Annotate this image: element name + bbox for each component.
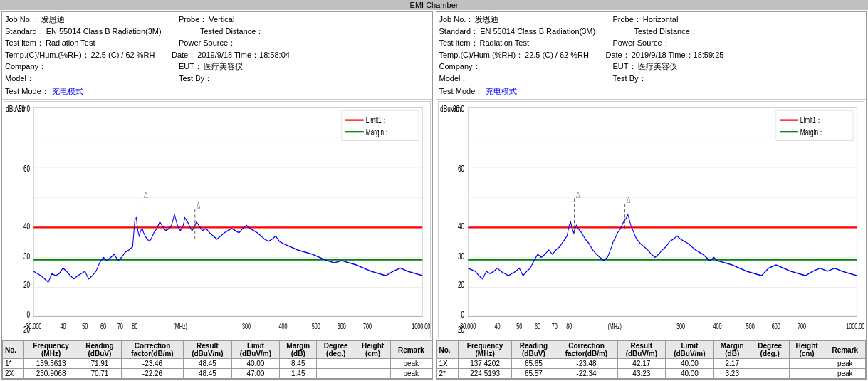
right-eut-value: 医疗美容仪 xyxy=(638,61,677,73)
table-row: 1*139.361371.91-23.4648.4540.008.45peak xyxy=(3,359,432,369)
svg-text:700: 700 xyxy=(797,323,805,331)
left-testby-label: Test By： xyxy=(179,73,212,85)
svg-text:300: 300 xyxy=(676,323,684,331)
svg-text:△: △ xyxy=(197,200,201,209)
svg-text:50: 50 xyxy=(516,323,522,331)
svg-text:△: △ xyxy=(144,189,148,198)
left-date-value: 2019/9/18 Time：18:58:04 xyxy=(197,49,290,61)
svg-text:40: 40 xyxy=(23,221,30,231)
right-company-label: Company： xyxy=(439,61,481,73)
svg-text:80: 80 xyxy=(132,323,137,331)
left-temphum-value: 22.5 (C) / 62 %RH xyxy=(91,49,155,61)
svg-text:700: 700 xyxy=(363,323,372,331)
right-model-label: Model： xyxy=(439,73,469,85)
svg-text:60: 60 xyxy=(23,164,30,173)
svg-text:1000.000: 1000.000 xyxy=(846,323,864,331)
svg-text:Limit1：: Limit1： xyxy=(800,115,821,125)
right-standard-label: Standard： xyxy=(439,26,479,38)
left-standard-value: EN 55014 Class B Radiation(3M) xyxy=(46,26,162,38)
svg-text:40: 40 xyxy=(494,323,500,331)
svg-text:60: 60 xyxy=(535,323,540,331)
svg-text:Limit1：: Limit1： xyxy=(366,115,387,125)
svg-text:70: 70 xyxy=(117,323,123,331)
svg-text:△: △ xyxy=(575,189,580,198)
svg-text:60: 60 xyxy=(100,323,106,331)
left-th-height: Height(cm) xyxy=(355,341,391,359)
svg-text:600: 600 xyxy=(338,323,346,331)
right-probe-value: Horizontal xyxy=(643,14,679,26)
left-testeddist-label: Tested Distance： xyxy=(200,26,263,38)
right-th-limit: Limit(dBuV/m) xyxy=(666,341,714,359)
svg-text:40: 40 xyxy=(457,221,464,231)
top-bar: EMI Chamber xyxy=(0,0,868,10)
right-probe-label: Probe： xyxy=(613,14,642,26)
left-chart: 80.0 60 40 30 20 0 dBuV/m -20 30.000 40 … xyxy=(4,101,431,339)
left-probe-value: Vertical xyxy=(209,14,234,26)
right-testmode-value: 充电模式 xyxy=(486,85,517,98)
svg-text:70: 70 xyxy=(551,323,557,331)
left-testitem-label: Test item： xyxy=(5,37,44,49)
right-testmode-label: Test Mode： xyxy=(439,85,483,98)
right-chart: 80.0 60 40 30 20 0 dBuV/m -20 30.000 40 … xyxy=(438,101,865,339)
left-th-result: Result(dBuV/m) xyxy=(184,341,232,359)
left-th-limit: Limit(dBuV/m) xyxy=(231,341,280,359)
svg-text:80: 80 xyxy=(566,323,572,331)
right-th-degree: Degree(deg.) xyxy=(751,341,789,359)
right-standard-value: EN 55014 Class B Radiation(3M) xyxy=(480,26,595,38)
svg-text:Margin：: Margin： xyxy=(366,127,389,137)
right-testeddist-label: Tested Distance： xyxy=(634,26,698,38)
svg-text:20: 20 xyxy=(23,280,30,289)
right-th-height: Height(cm) xyxy=(789,341,825,359)
svg-text:500: 500 xyxy=(312,323,320,331)
left-probe-label: Probe： xyxy=(179,14,207,26)
left-testmode-label: Test Mode： xyxy=(5,85,49,98)
left-testmode-value: 充电模式 xyxy=(52,85,83,98)
left-th-no: No. xyxy=(3,341,24,359)
svg-text:dBuV/m: dBuV/m xyxy=(440,104,461,113)
svg-text:300: 300 xyxy=(242,323,251,331)
svg-text:40: 40 xyxy=(60,323,66,331)
svg-text:50: 50 xyxy=(82,323,88,331)
left-th-margin: Margin(dB) xyxy=(280,341,317,359)
left-jobno-label: Job No.： xyxy=(5,14,40,26)
right-th-no: No. xyxy=(436,341,458,359)
svg-text:500: 500 xyxy=(746,323,754,331)
svg-text:△: △ xyxy=(626,194,630,203)
right-th-reading: Reading(dBuV) xyxy=(512,341,555,359)
svg-text:30: 30 xyxy=(457,251,464,261)
right-th-remark: Remark xyxy=(825,341,865,359)
left-eut-label: EUT： xyxy=(179,61,202,73)
svg-text:30: 30 xyxy=(23,251,30,261)
svg-text:30.000: 30.000 xyxy=(26,323,41,331)
right-jobno-label: Job No.： xyxy=(439,14,474,26)
right-temphum-label: Temp.(C)/Hum.(%RH)： xyxy=(439,49,524,61)
left-th-degree: Degree(deg.) xyxy=(317,341,355,359)
left-model-label: Model： xyxy=(5,73,34,85)
table-row: 2X230.906870.71-22.2648.4547.001.45peak xyxy=(3,369,432,379)
svg-text:30.000: 30.000 xyxy=(460,323,476,331)
right-eut-label: EUT： xyxy=(613,61,637,73)
right-date-value: 2019/9/18 Time：18:59:25 xyxy=(632,49,724,61)
table-row: 1X137.420265.65-23.4842.1740.002.17peak xyxy=(436,359,866,369)
right-info: Job No.： 发恩迪 Probe： Horizontal Standard：… xyxy=(436,12,867,100)
svg-text:0: 0 xyxy=(26,310,30,319)
right-th-freq: Frequency(MHz) xyxy=(458,341,512,359)
svg-text:400: 400 xyxy=(713,323,721,331)
left-th-remark: Remark xyxy=(391,341,432,359)
svg-text:400: 400 xyxy=(278,323,287,331)
right-th-correction: Correctionfactor(dB/m) xyxy=(555,341,617,359)
left-th-correction: Correctionfactor(dB/m) xyxy=(121,341,183,359)
right-panel: Job No.： 发恩迪 Probe： Horizontal Standard：… xyxy=(436,11,867,380)
left-temphum-label: Temp.(C)/Hum.(%RH)： xyxy=(5,49,90,61)
left-eut-value: 医疗美容仪 xyxy=(204,61,243,73)
table-row: 2*224.519365.57-22.3443.2340.003.23peak xyxy=(436,369,866,379)
left-testitem-value: Radiation Test xyxy=(46,37,95,49)
svg-text:1000.000: 1000.000 xyxy=(412,323,429,331)
svg-text:20: 20 xyxy=(457,280,464,289)
right-jobno-value: 发恩迪 xyxy=(475,14,498,26)
svg-text:60: 60 xyxy=(457,164,464,173)
left-company-label: Company： xyxy=(5,61,46,73)
svg-text:Margin：: Margin： xyxy=(800,127,823,137)
right-powersource-label: Power Source： xyxy=(613,37,670,49)
svg-text:dBuV/m: dBuV/m xyxy=(6,104,26,113)
